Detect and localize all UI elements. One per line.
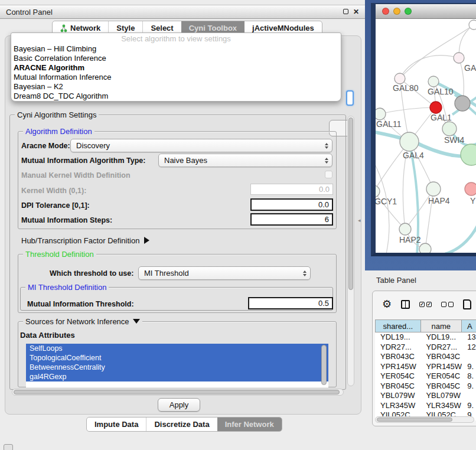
algorithm-combo-fragment[interactable] [346, 90, 354, 106]
window-zoom-icon[interactable] [405, 8, 412, 15]
column-header-a[interactable]: A [462, 320, 476, 332]
network-window-titlebar[interactable] [376, 4, 476, 19]
table-cell: 8. [462, 371, 476, 381]
node-label: SWI4 [444, 135, 464, 145]
network-node-gal10[interactable] [428, 76, 439, 87]
control-panel-window: Control Panel ✕ NetworkStyleSelectCyni T… [0, 5, 365, 442]
attribute-list-item[interactable]: gal4RGexp [26, 372, 328, 381]
dropdown-item[interactable]: Basic Correlation Inference [11, 54, 341, 63]
dropdown-item[interactable]: Bayesian – K2 [11, 82, 341, 92]
tab-infer-network[interactable]: Infer Network [217, 418, 282, 431]
network-node-gal[interactable] [454, 53, 464, 63]
attribute-list-item[interactable]: TopologicalCoefficient [26, 353, 328, 363]
dpi-tolerance-field[interactable]: 0.0 [250, 198, 333, 211]
network-canvas[interactable]: GALGAL80GAL10GAL1GAL11SWI4GAL4GCY1HAP4YH… [376, 19, 476, 253]
node-label: GAL1 [431, 113, 452, 122]
network-edge[interactable] [400, 56, 459, 79]
hub-definition-label: Hub/Transcription Factor Definition [21, 236, 139, 245]
table-row[interactable]: YDR27...YDR27...12 [375, 343, 476, 353]
close-window-icon[interactable]: ✕ [353, 8, 359, 15]
node-label: GAL10 [428, 87, 454, 96]
table-horizontal-scrollbar[interactable] [375, 416, 474, 423]
table-cell: YPR145W [420, 362, 462, 372]
table-row[interactable]: YBR045CYBR045C9. [375, 381, 476, 392]
which-threshold-select[interactable]: MI Threshold [138, 266, 311, 280]
tab-impute-data[interactable]: Impute Data [87, 418, 146, 431]
window-minimize-icon[interactable] [393, 8, 400, 15]
network-node[interactable] [419, 243, 431, 253]
apply-button[interactable]: Apply [158, 398, 200, 412]
float-window-icon[interactable] [343, 8, 348, 15]
sources-disclosure[interactable]: Sources for Network Inference [23, 317, 142, 326]
network-node[interactable] [469, 20, 476, 30]
attribute-list-item[interactable]: SelfLoops [26, 344, 328, 353]
tab-discretize-data[interactable]: Discretize Data [146, 418, 217, 431]
column-header-shared[interactable]: shared... [376, 320, 421, 332]
network-view-window[interactable]: GALGAL80GAL10GAL1GAL11SWI4GAL4GCY1HAP4YH… [371, 3, 476, 256]
which-threshold-value: MI Threshold [144, 269, 189, 278]
network-node-gal11[interactable] [376, 108, 386, 120]
column-header-name[interactable]: name [421, 320, 462, 332]
cyni-settings-panel: Cyni Algorithm Settings Algorithm Defini… [9, 112, 354, 398]
network-node-swi4[interactable] [442, 122, 457, 136]
network-node-gal1[interactable] [430, 102, 442, 113]
node-label: GAL4 [403, 151, 424, 160]
network-node[interactable] [455, 96, 470, 111]
data-attributes-label: Data Attributes [20, 331, 75, 340]
panel-collapse-arrow[interactable]: ◂ [358, 217, 361, 223]
window-close-icon[interactable] [382, 8, 389, 15]
network-node[interactable] [461, 144, 476, 165]
table-row[interactable]: YDL19...YDL19...13 [375, 332, 476, 343]
dropdown-item[interactable]: Bayesian – Hill Climbing [11, 44, 341, 54]
columns-icon[interactable] [401, 300, 410, 309]
attribute-list-item[interactable]: BetweennessCentrality [26, 363, 328, 372]
select-all-columns-icon[interactable]: ✓✓ [419, 302, 432, 307]
node-label: GAL80 [393, 83, 419, 93]
network-node-gal80[interactable] [395, 73, 405, 84]
table-panel: Table Panel ⚙ ✓✓ shared...nameA YDL19...… [365, 270, 476, 450]
dropdown-item[interactable]: ARACNE Algorithm [11, 63, 341, 73]
algorithm-dropdown: Select algorithm to view settings Bayesi… [11, 32, 341, 102]
manual-kernel-checkbox[interactable] [325, 171, 332, 178]
table-row[interactable]: YBR043CYBR043C [375, 352, 476, 362]
table-row[interactable]: YER054CYER054C8. [375, 371, 476, 381]
mi-type-select[interactable]: Naive Bayes [158, 154, 332, 167]
table-row[interactable]: YPR145WYPR145W9. [375, 362, 476, 372]
network-node-gal4[interactable] [400, 132, 419, 151]
list-scrollbar[interactable] [321, 345, 327, 385]
mi-threshold-field[interactable]: 0.5 [248, 297, 333, 309]
aracne-mode-select[interactable]: Discovery [70, 139, 332, 152]
control-panel-titlebar: Control Panel ✕ [0, 5, 365, 19]
table-row[interactable]: YBL079WYBL079W [375, 391, 476, 401]
cyni-settings-group-title: Cyni Algorithm Settings [15, 110, 99, 119]
settings-vertical-scrollbar[interactable] [347, 116, 354, 386]
tab-label: Impute Data [94, 420, 138, 429]
mi-type-label: Mutual Information Algorithm Type: [21, 156, 145, 165]
mi-threshold-group-title: MI Threshold Definition [25, 283, 109, 292]
table-row[interactable]: YLR345WYLR345W9. [375, 401, 476, 411]
gear-icon[interactable]: ⚙ [382, 299, 392, 309]
deselect-all-columns-icon[interactable] [441, 302, 454, 307]
mi-steps-field[interactable]: 6 [250, 213, 333, 226]
minimized-panel-fragment[interactable] [4, 444, 13, 450]
table-cell: 9. [462, 362, 476, 372]
network-node-gcy1[interactable] [376, 185, 380, 197]
table-cell: YDR27... [375, 343, 420, 353]
hub-definition-disclosure[interactable]: Hub/Transcription Factor Definition [21, 236, 149, 245]
dropdown-item[interactable]: Mutual Information Inference [11, 73, 341, 82]
settings-horizontal-scrollbar[interactable] [12, 389, 344, 396]
network-edge[interactable] [380, 107, 436, 114]
kernel-width-label: Kernel Width (0,1): [21, 187, 86, 195]
data-attributes-list[interactable]: SelfLoopsTopologicalCoefficientBetweenne… [26, 344, 328, 387]
dropdown-prompt: Select algorithm to view settings [11, 34, 341, 44]
tab-label: Network [70, 24, 100, 32]
network-node-hap2[interactable] [399, 223, 411, 235]
dropdown-item[interactable]: Dream8 DC_TDC Algorithm [11, 92, 341, 101]
tab-label: jActiveMNodules [252, 24, 314, 32]
tab-label: Style [116, 24, 135, 32]
node-label: GCY1 [376, 197, 397, 206]
network-edge[interactable] [445, 219, 476, 253]
export-table-icon[interactable] [463, 299, 471, 309]
network-node-y[interactable] [465, 182, 476, 195]
network-node-hap4[interactable] [426, 182, 441, 196]
